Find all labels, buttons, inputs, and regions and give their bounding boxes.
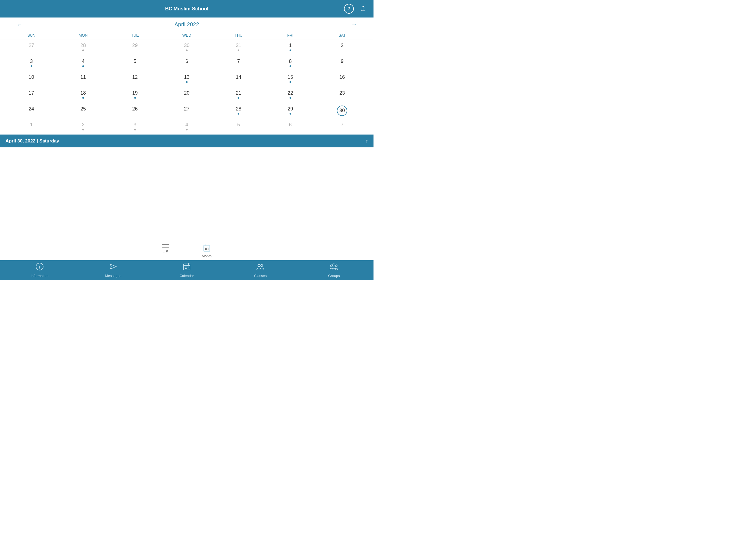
svg-point-26 [331,265,333,267]
calendar-cell[interactable]: 11 [57,71,109,87]
day-header-tue: TUE [109,31,161,39]
calendar-cell[interactable]: 5 [213,119,264,134]
event-dot [238,50,239,51]
event-dot [289,65,291,67]
calendar-cell[interactable]: 25 [57,103,109,119]
event-dot [186,129,187,130]
svg-rect-23 [186,268,187,269]
event-dot [238,113,239,114]
calendar-cell[interactable]: 4 [161,119,212,134]
svg-rect-5 [205,248,206,249]
svg-rect-10 [208,249,209,250]
header-icons: ? [344,4,368,14]
event-dot [186,50,187,51]
calendar-cell[interactable]: 7 [213,55,264,71]
tab-messages[interactable]: Messages [76,262,150,278]
svg-marker-14 [110,264,116,269]
event-dot [289,50,291,51]
day-header-wed: WED [161,31,212,39]
tab-classes-label: Classes [254,274,266,278]
calendar-cell[interactable]: 30 [316,103,368,119]
event-dot [134,129,136,130]
calendar-cell[interactable]: 16 [316,71,368,87]
event-dot [82,65,84,67]
calendar-cell[interactable]: 5 [109,55,161,71]
calendar-cell[interactable]: 3 [5,55,57,71]
calendar-cell[interactable]: 26 [109,103,161,119]
tab-calendar[interactable]: Calendar [150,262,223,278]
selected-date-label: April 30, 2022 | Saturday [5,138,59,144]
list-view-toggle[interactable]: List [162,244,169,258]
tab-groups[interactable]: Groups [297,262,371,278]
calendar-cell[interactable]: 22 [264,87,316,103]
next-month-button[interactable]: → [351,21,357,28]
calendar-cell[interactable]: 17 [5,87,57,103]
app-title: BC Muslim School [165,6,208,12]
calendar-cell[interactable]: 1 [264,40,316,55]
day-header-thu: THU [213,31,264,39]
calendar-cell[interactable]: 24 [5,103,57,119]
tab-information-label: Information [31,274,48,278]
tab-messages-label: Messages [105,274,121,278]
calendar-cell[interactable]: 28 [57,40,109,55]
calendar-cell[interactable]: 27 [5,40,57,55]
calendar-cell[interactable]: 19 [109,87,161,103]
calendar-cell[interactable]: 9 [316,55,368,71]
calendar-cell[interactable]: 29 [264,103,316,119]
event-dot [186,81,187,83]
help-button[interactable]: ? [344,4,354,14]
calendar-cell[interactable]: 7 [316,119,368,134]
tab-information[interactable]: Information [3,262,76,278]
month-view-toggle[interactable]: Month [202,244,212,258]
calendar-cell[interactable]: 31 [213,40,264,55]
calendar-cell[interactable]: 2 [57,119,109,134]
information-icon [35,262,44,273]
event-dot [82,97,84,99]
calendar-cell[interactable]: 30 [161,40,212,55]
calendar-grid: 2728293031123456789101112131415161718192… [0,40,374,134]
event-dot [238,97,239,99]
share-button[interactable] [358,4,368,14]
calendar-cell[interactable]: 28 [213,103,264,119]
day-headers: SUNMONTUEWEDTHUFRISAT [0,31,374,40]
calendar-cell[interactable]: 1 [5,119,57,134]
calendar-cell[interactable]: 3 [109,119,161,134]
calendar-cell[interactable]: 27 [161,103,212,119]
calendar-cell[interactable]: 6 [264,119,316,134]
calendar-cell[interactable]: 2 [316,40,368,55]
calendar-cell[interactable]: 8 [264,55,316,71]
groups-icon [330,262,338,273]
svg-rect-7 [208,248,209,249]
calendar-cell[interactable]: 21 [213,87,264,103]
calendar-cell[interactable]: 29 [109,40,161,55]
svg-point-24 [258,264,260,266]
calendar-cell[interactable]: 4 [57,55,109,71]
calendar-cell[interactable]: 10 [5,71,57,87]
tab-calendar-label: Calendar [180,274,194,278]
svg-rect-9 [206,249,207,250]
calendar-cell[interactable]: 18 [57,87,109,103]
month-title: April 2022 [175,21,199,28]
calendar-cell[interactable]: 15 [264,71,316,87]
event-dot [289,81,291,83]
calendar-cell[interactable]: 23 [316,87,368,103]
scroll-up-button[interactable]: ↑ [365,138,368,144]
prev-month-button[interactable]: ← [17,21,22,28]
day-header-fri: FRI [264,31,316,39]
day-header-mon: MON [57,31,109,39]
calendar-cell[interactable]: 12 [109,71,161,87]
calendar-cell[interactable]: 13 [161,71,212,87]
app-header: BC Muslim School ? [0,0,374,18]
event-dot [289,113,291,114]
svg-rect-20 [186,266,187,268]
calendar-cell[interactable]: 6 [161,55,212,71]
tab-classes[interactable]: Classes [224,262,297,278]
svg-point-28 [335,265,337,267]
calendar-cell[interactable]: 20 [161,87,212,103]
tab-groups-label: Groups [328,274,340,278]
selected-date-bar: April 30, 2022 | Saturday ↑ [0,134,374,147]
svg-rect-19 [185,266,186,268]
calendar-cell[interactable]: 14 [213,71,264,87]
day-header-sat: SAT [316,31,368,39]
month-view-label: Month [202,254,212,258]
